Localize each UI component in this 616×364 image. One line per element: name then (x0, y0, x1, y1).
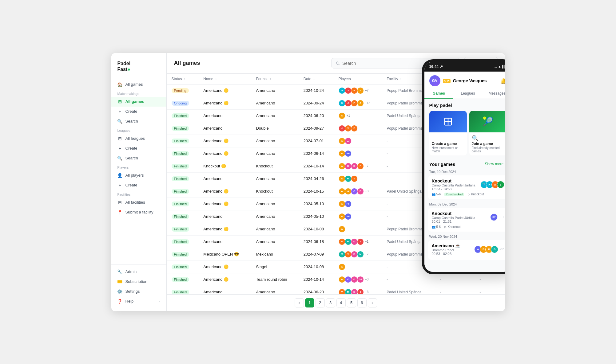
plus-slots: + + (499, 213, 504, 221)
phone-overlay: 16:44 ↗ .... ▲ ▌▌ GV 5.2 George Vasques (422, 59, 505, 274)
chevron-right-icon: › (159, 299, 160, 303)
nav-item-all-leagues[interactable]: ⊞ All leagues (111, 134, 166, 143)
game-1-title: Knockout (432, 178, 475, 183)
date-cell: 2024-07-09 (299, 248, 334, 260)
fee-cell: - (435, 286, 475, 294)
join-game-card[interactable]: 🎾 🔍 Join a game Find already created gam… (469, 111, 505, 155)
date-cell: 2024-10-14 (299, 160, 334, 172)
game-card-1[interactable]: Knockout Camp Castella Padel Järfälla 13… (428, 175, 505, 199)
nav-item-admin[interactable]: 🔧 Admin (111, 267, 166, 277)
game-card-2[interactable]: Knockout Camp Castella Padel Järfälla 20… (428, 208, 505, 232)
phone-tab-games[interactable]: Games (424, 89, 454, 99)
leagues-icon: ⊞ (117, 136, 122, 141)
sidebar-bottom: 🔧 Admin 💳 Subscription ⚙️ Settings ❓ Hel… (111, 264, 166, 306)
create-game-content: ⊕ Create a game New tournament or match (429, 132, 467, 155)
name-cell: Mexicano OPEN 😎 (198, 248, 251, 260)
phone-username: George Vasques (453, 78, 487, 83)
svg-point-0 (336, 62, 339, 65)
game-2-type: ▷ Knockout (444, 225, 460, 229)
date-cell: 2024-06-18 (299, 235, 334, 248)
col-name[interactable]: Name ↕ (198, 74, 251, 84)
players-cell: JVF (334, 122, 382, 135)
nav-item-all-players[interactable]: 👤 All players (111, 170, 166, 180)
nav-item-create-player[interactable]: + Create (111, 180, 166, 190)
nav-item-settings[interactable]: ⚙️ Settings (111, 287, 166, 296)
bell-icon[interactable]: 🔔 (500, 77, 505, 84)
page-btn-3[interactable]: 3 (326, 298, 335, 307)
name-cell: Americano (198, 122, 251, 135)
table-row[interactable]: Finished Americano 🟡 Team round robin 20… (167, 273, 505, 286)
phone-tab-leagues[interactable]: Leagues (453, 89, 483, 99)
nav-item-all-games[interactable]: ⊞ All games (111, 97, 166, 107)
phone-time: 16:44 ↗ (429, 65, 443, 69)
date-cell: 2024-10-15 (299, 185, 334, 198)
col-format[interactable]: Format ↕ (251, 74, 298, 84)
name-cell: Americano 🟡 (198, 260, 251, 273)
game-1-avatars: 🎾 H O S (480, 181, 504, 188)
date-cell: 2024-10-08 (299, 260, 334, 273)
create-game-title: Create a game (432, 142, 464, 146)
game-3-location: Bromma Padel (432, 248, 460, 252)
page-btn-2[interactable]: 2 (316, 298, 325, 307)
page-btn-4[interactable]: 4 (336, 298, 346, 307)
players-cell: MVDM+7 (334, 248, 382, 260)
nav-item-search-matchmaking[interactable]: 🔍 Search (111, 116, 166, 126)
format-cell: Singel (251, 260, 298, 273)
create-game-card[interactable]: ⊕ Create a game New tournament or match (429, 111, 467, 155)
phone-status: .... ▲ ▌▌ (494, 65, 505, 68)
join-game-desc: Find already created games (472, 146, 504, 153)
nav-item-submit-facility[interactable]: 📍 Submit a facility (111, 207, 166, 217)
pin-icon: 📍 (117, 210, 122, 215)
next-page-btn[interactable]: › (368, 298, 377, 307)
battery-icon: ▌▌ (502, 65, 505, 68)
status-cell: Finished (167, 286, 199, 294)
plus-icon-player: + (117, 183, 122, 188)
join-game-content: 🔍 Join a game Find already created games (469, 132, 505, 155)
game-2-location: Camp Castella Padel Järfälla (432, 216, 475, 220)
date-cell: 2024-09-27 (299, 122, 334, 135)
nav-item-all-facilities[interactable]: ⊞ All facilities (111, 198, 166, 207)
nav-item-home[interactable]: 🏠 All games (111, 80, 166, 89)
players-cell: APF (334, 198, 382, 210)
nav-item-create-league[interactable]: + Create (111, 143, 166, 153)
your-games-header: Your games Show more > (424, 158, 505, 168)
phone-header: GV 5.2 George Vasques 🔔 (424, 72, 505, 89)
format-cell: Mexicano (251, 248, 298, 260)
table-row[interactable]: Finished Americano Americano 2024-06-20 … (167, 286, 505, 294)
nav-item-create-matchmaking[interactable]: + Create (111, 107, 166, 116)
players-icon-2: 👥 (432, 225, 435, 229)
players-cell: ALJ (334, 135, 382, 147)
search-icon-matchmaking: 🔍 (117, 119, 122, 124)
game-av: S (497, 181, 504, 188)
col-date[interactable]: Date ↕ (299, 74, 334, 84)
facility-cell: - (382, 273, 435, 286)
status-cell: Finished (167, 223, 199, 235)
ranked-cell: - (475, 273, 505, 286)
show-more-btn[interactable]: Show more > (485, 162, 505, 166)
join-game-image: 🎾 (469, 111, 505, 132)
prev-page-btn[interactable]: ‹ (295, 298, 304, 307)
admin-icon: 🔧 (117, 269, 122, 274)
format-cell: Americano (251, 84, 298, 97)
create-game-image (429, 111, 467, 132)
page-btn-6[interactable]: 6 (357, 298, 367, 307)
col-status[interactable]: Status ↑ (167, 74, 199, 84)
phone-rating-block: 5.2 (443, 78, 451, 84)
date-cell: 2024-05-10 (299, 210, 334, 223)
format-cell: Team round robin (251, 273, 298, 286)
court-booked-badge: Court booked (444, 193, 464, 196)
nav-item-search-league[interactable]: 🔍 Search (111, 153, 166, 163)
nav-item-subscription[interactable]: 💳 Subscription (111, 277, 166, 287)
phone-tabs: Games Leagues Messages (424, 89, 505, 99)
game-1-location: Camp Castella Padel Järfälla (432, 183, 475, 187)
nav-item-help[interactable]: ❓ Help › (111, 296, 166, 306)
svg-line-1 (339, 64, 339, 65)
game-3-title: Americano ☕ (432, 243, 460, 248)
phone-tab-messages[interactable]: Messages (483, 89, 505, 99)
date-cell: 2024-10-14 (299, 273, 334, 286)
page-btn-5[interactable]: 5 (347, 298, 356, 307)
page-btn-1[interactable]: 1 (305, 298, 314, 307)
play-padel-section: Play padel ⊕ Create a game New tournamen… (424, 99, 505, 158)
game-card-3[interactable]: Americano ☕ Bromma Padel 00:53 - 02:23 A… (428, 240, 505, 260)
players-cell: A (334, 260, 382, 273)
